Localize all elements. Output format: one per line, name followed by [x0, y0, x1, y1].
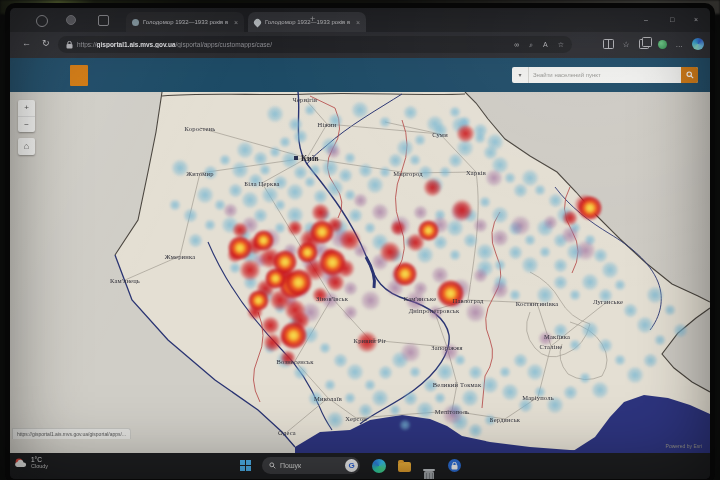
weather-temperature: 1°C	[31, 456, 48, 463]
search-input[interactable]	[529, 72, 681, 78]
map-label: Павлоград	[453, 297, 484, 304]
workspaces-icon[interactable]	[98, 15, 109, 26]
map-label: Київ	[301, 154, 319, 163]
url-text: https://gisportal1.ais.mvs.gov.ua/gispor…	[77, 41, 272, 48]
city-marker	[294, 156, 298, 160]
zoom-in-button[interactable]: +	[18, 100, 35, 117]
back-button[interactable]: ←	[22, 39, 31, 48]
browser-tab-1[interactable]: Голодомор 1932—1933 років в ×	[126, 12, 244, 32]
home-button[interactable]: ⌂	[18, 138, 35, 155]
search-highlight-icon[interactable]: G	[345, 459, 358, 472]
search-button[interactable]	[681, 67, 698, 83]
map-label: Миколаїв	[314, 395, 342, 402]
tab-favicon	[132, 19, 139, 26]
chevron-down-icon[interactable]: ▾	[512, 67, 529, 83]
photo-background: Голодомор 1932—1933 років в × Голодомор …	[0, 0, 720, 480]
weather-condition: Cloudy	[31, 463, 48, 469]
map-label: Бердянськ	[490, 416, 520, 423]
windows-taskbar: 1°C Cloudy Пошук G	[10, 453, 710, 479]
start-button[interactable]	[240, 460, 251, 471]
map-label: Кам'янець	[110, 277, 140, 284]
map-attribution: Powered by Esri	[666, 443, 702, 449]
map-label: Біла Церква	[244, 180, 279, 187]
monitor-screen: Голодомор 1932—1933 років в × Голодомор …	[10, 8, 710, 479]
map-labels: ЧернігівНіжинКоростеньСумиКиївЖитомирХар…	[10, 92, 710, 453]
window-close-button[interactable]: ×	[694, 16, 698, 23]
file-explorer-icon[interactable]	[398, 462, 411, 472]
browser-essentials-icon[interactable]	[658, 40, 667, 49]
zoom-control[interactable]: + −	[18, 100, 35, 132]
map-label: Сталіне	[540, 343, 563, 350]
map-label: Мелітополь	[435, 408, 469, 415]
search-icon	[686, 71, 694, 79]
map-label: Великий Токмак	[433, 381, 481, 388]
edge-browser-icon[interactable]	[372, 459, 386, 473]
zoom-page-icon[interactable]: ⌕	[529, 41, 533, 49]
tab-close-icon[interactable]: ×	[356, 19, 360, 26]
status-tooltip: https://gisportal1.ais.mvs.gov.ua/gispor…	[12, 428, 131, 439]
map-label: Костянтинівка	[516, 300, 559, 307]
map-label: Маріуполь	[522, 394, 554, 401]
map-label: Дніпропетровськ	[409, 307, 460, 314]
map-label: Суми	[432, 131, 448, 138]
taskbar-search[interactable]: Пошук G	[262, 457, 360, 474]
map-label: Миргород	[393, 170, 422, 177]
search-icon	[269, 462, 276, 469]
map-label: Зінов'ївськ	[316, 295, 348, 302]
reader-icon[interactable]: ∞	[514, 41, 519, 48]
map-label: Херсон	[345, 415, 367, 422]
map-label: Харків	[466, 169, 486, 176]
read-aloud-icon[interactable]: A	[543, 41, 548, 48]
split-screen-icon[interactable]	[603, 39, 614, 49]
map-label: Житомир	[186, 170, 213, 177]
map-label: Жмеринка	[165, 253, 196, 260]
app-header: ▾	[10, 58, 710, 92]
favorites-icon[interactable]: ☆	[623, 40, 630, 49]
window-minimize-button[interactable]: –	[644, 16, 648, 23]
window-maximize-button[interactable]: □	[670, 16, 674, 23]
tab-actions-icon[interactable]	[66, 15, 76, 25]
browser-toolbar: ← ↻ https://gisportal1.ais.mvs.gov.ua/gi…	[10, 32, 710, 58]
new-tab-button[interactable]: +	[310, 15, 315, 24]
lock-icon	[451, 462, 458, 470]
tab-title: Голодомор 1932—1933 років в	[265, 19, 352, 25]
tab-title: Голодомор 1932—1933 років в	[143, 19, 230, 25]
weather-icon	[14, 457, 28, 469]
map-label: Макіївка	[544, 333, 570, 340]
tab-favicon	[253, 17, 263, 27]
tab-close-icon[interactable]: ×	[234, 19, 238, 26]
map-label: Ніжин	[318, 121, 337, 128]
map-label: Луганське	[593, 298, 623, 305]
collections-icon[interactable]	[639, 39, 649, 49]
settlement-search[interactable]: ▾	[512, 67, 698, 83]
lock-icon	[66, 41, 73, 49]
lock-app-icon[interactable]	[448, 459, 461, 472]
map-label: Кривий Ріг	[354, 337, 387, 344]
map-label: Коростень	[185, 125, 216, 132]
weather-widget[interactable]: 1°C Cloudy	[14, 456, 48, 470]
app-logo[interactable]	[70, 65, 88, 86]
copilot-icon[interactable]	[692, 38, 704, 50]
more-menu-icon[interactable]: …	[676, 40, 684, 49]
map-label: Вознесенськ	[276, 358, 313, 365]
favorite-star-icon[interactable]: ☆	[558, 41, 564, 49]
zoom-out-button[interactable]: −	[18, 117, 35, 133]
browser-tab-2[interactable]: Голодомор 1932—1933 років в ×	[248, 12, 366, 32]
map-label: Кам'янське	[404, 295, 437, 302]
recycle-bin-icon[interactable]	[424, 471, 434, 479]
browser-tab-bar: Голодомор 1932—1933 років в × Голодомор …	[10, 8, 710, 32]
profile-avatar-icon[interactable]	[36, 15, 48, 27]
taskbar-search-label: Пошук	[280, 462, 341, 469]
map-label: Чернігів	[293, 96, 318, 103]
map-canvas[interactable]: ЧернігівНіжинКоростеньСумиКиївЖитомирХар…	[10, 92, 710, 453]
map-label: Запоріжжя	[431, 344, 463, 351]
address-bar[interactable]: https://gisportal1.ais.mvs.gov.ua/gispor…	[58, 36, 572, 53]
refresh-button[interactable]: ↻	[42, 39, 50, 48]
map-label: Одеса	[278, 429, 296, 436]
